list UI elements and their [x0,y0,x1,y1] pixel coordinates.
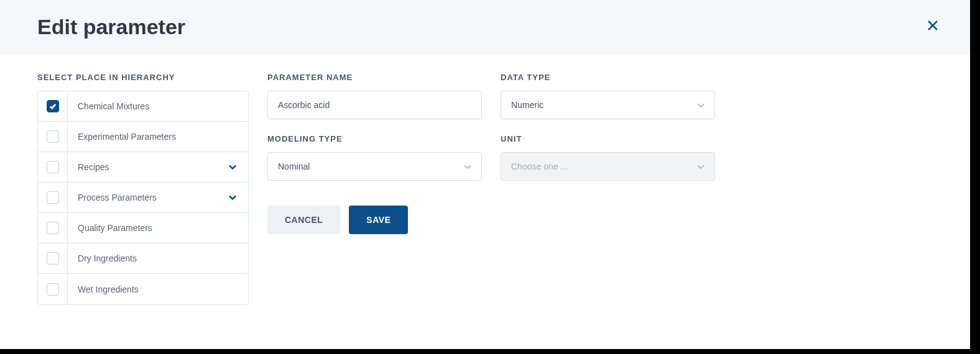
hierarchy-item[interactable]: Chemical Mixtures [38,91,248,122]
unit-select[interactable]: Choose one ... [501,152,715,181]
checkbox[interactable] [47,222,59,234]
hierarchy-item-label: Dry Ingredients [68,253,248,263]
edit-parameter-dialog: Edit parameter SELECT PLACE IN HIERARCHY… [0,0,970,349]
close-icon [925,18,940,33]
checkbox-cell [38,152,68,182]
unit-field: UNIT Choose one ... [501,134,715,181]
hierarchy-list: Chemical MixturesExperimental Parameters… [37,91,249,305]
modeling-type-value: Nominal [278,161,310,171]
checkbox-cell [38,122,68,152]
hierarchy-item[interactable]: Dry Ingredients [38,243,248,274]
chevron-down-icon [697,100,705,110]
dialog-header: Edit parameter [0,0,970,54]
dialog-content: SELECT PLACE IN HIERARCHY Chemical Mixtu… [0,54,970,324]
modeling-type-select[interactable]: Nominal [267,152,482,181]
data-type-value: Numeric [511,100,543,110]
hierarchy-item[interactable]: Wet Ingredients [38,274,248,304]
hierarchy-label: SELECT PLACE IN HIERARCHY [37,73,249,82]
hierarchy-item-label: Wet Ingredients [68,284,248,294]
modeling-type-field: MODELING TYPE Nominal [267,134,482,181]
hierarchy-item-label: Chemical Mixtures [68,101,248,111]
data-type-label: DATA TYPE [501,73,715,82]
checkbox[interactable] [47,252,59,265]
hierarchy-item[interactable]: Quality Parameters [38,213,248,243]
data-type-field: DATA TYPE Numeric [501,73,715,119]
button-row: CANCEL SAVE [267,206,933,234]
unit-label: UNIT [501,134,715,143]
form-panel: PARAMETER NAME DATA TYPE Numeric MODELIN… [267,73,933,305]
hierarchy-item-label: Quality Parameters [68,223,248,233]
hierarchy-item[interactable]: Recipes [38,152,248,183]
checkbox[interactable] [47,130,59,143]
hierarchy-item-label: Process Parameters [68,193,228,202]
close-button[interactable] [920,16,945,39]
unit-placeholder: Choose one ... [511,161,568,171]
parameter-name-field: PARAMETER NAME [267,73,482,119]
checkbox-cell [38,91,68,121]
checkbox[interactable] [47,161,59,173]
hierarchy-item-label: Recipes [68,162,228,172]
checkbox[interactable] [47,283,59,296]
cancel-button[interactable]: CANCEL [267,206,340,234]
checkbox[interactable] [47,191,59,204]
checkbox[interactable] [47,100,59,112]
dialog-title: Edit parameter [37,15,185,39]
save-button[interactable]: SAVE [349,206,408,234]
checkbox-cell [38,274,68,304]
checkbox-cell [38,213,68,243]
checkbox-cell [38,243,68,273]
parameter-name-input[interactable] [267,91,482,119]
hierarchy-item-label: Experimental Parameters [68,132,248,142]
chevron-down-icon[interactable] [228,192,248,203]
chevron-down-icon [464,161,471,171]
chevron-down-icon[interactable] [228,161,248,173]
checkbox-cell [38,183,68,212]
modeling-type-label: MODELING TYPE [267,134,482,143]
parameter-name-label: PARAMETER NAME [267,73,482,82]
hierarchy-panel: SELECT PLACE IN HIERARCHY Chemical Mixtu… [37,73,249,305]
hierarchy-item[interactable]: Experimental Parameters [38,122,248,152]
chevron-down-icon [697,161,705,171]
hierarchy-item[interactable]: Process Parameters [38,183,248,213]
data-type-select[interactable]: Numeric [501,91,715,119]
